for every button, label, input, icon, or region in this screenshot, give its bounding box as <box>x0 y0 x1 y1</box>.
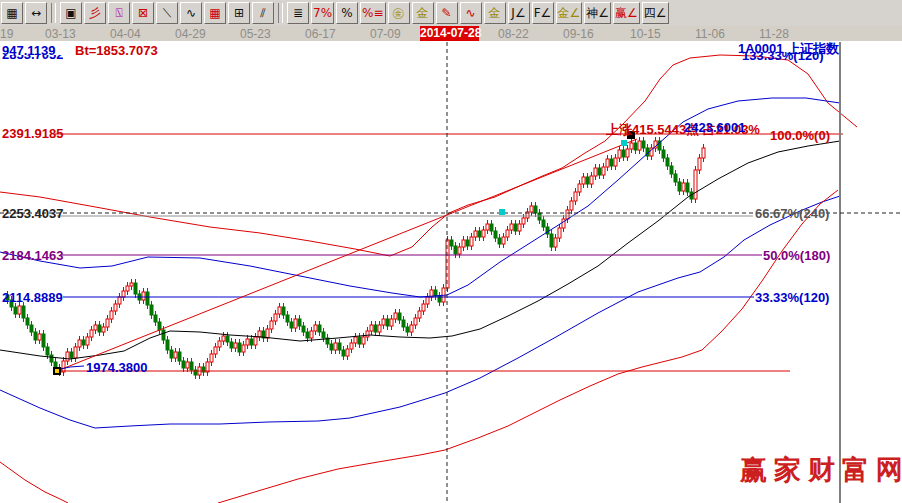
selection-handle-cyan-2[interactable] <box>499 209 505 215</box>
gold-icon[interactable]: 金 <box>484 2 506 24</box>
fan-lines-icon[interactable]: 彡 <box>84 2 106 24</box>
gold-lines-icon[interactable]: 金 <box>412 2 434 24</box>
red-lower-band-a <box>0 462 68 503</box>
date-tick: 07-09 <box>370 27 401 41</box>
fib-50-label: 50.0%(180) <box>763 248 830 263</box>
wave-ruler-icon[interactable]: ≣ <box>287 2 309 24</box>
trend-line-icon[interactable]: ⟍ <box>156 2 178 24</box>
ying-angle-icon[interactable]: 赢∠ <box>613 2 640 24</box>
fib-100-label: 100.0%(0) <box>770 128 830 143</box>
date-tick: 09-16 <box>563 27 594 41</box>
black-ma <box>0 141 840 359</box>
watermark: 赢家财富网 <box>740 452 902 488</box>
grid-arrow-icon[interactable]: ⊞ <box>228 2 250 24</box>
price-2423: 2423.6001 <box>684 120 745 135</box>
anchor-handle-start-inner <box>55 369 59 373</box>
chart-area[interactable]: 947.1139Bt=1853.70732853.70522391.918522… <box>0 41 902 503</box>
gold-circle-icon[interactable]: ㊎ <box>388 2 410 24</box>
percent-lines-icon[interactable]: %≡ <box>360 2 385 24</box>
width-measure-icon[interactable]: ↔ <box>25 2 47 24</box>
date-tick: 04-29 <box>175 27 206 41</box>
parallel-lines-icon[interactable]: ⫽ <box>252 2 274 24</box>
price-2184: 2184.1463 <box>2 248 63 263</box>
selection-handle-cyan-1[interactable] <box>621 140 627 146</box>
percent-icon[interactable]: % <box>336 2 358 24</box>
candlestick-series <box>6 137 705 379</box>
date-tick: 06-17 <box>305 27 336 41</box>
wave-tool-icon[interactable]: ∿ <box>460 2 482 24</box>
date-tick: 19 <box>0 27 13 41</box>
fib-33-label: 33.33%(120) <box>755 290 829 305</box>
fib-133-label-text: 133.33%(120) <box>742 52 824 63</box>
f-angle-icon[interactable]: F∠ <box>532 2 554 24</box>
price-clipped: 2853.7052 <box>2 55 63 62</box>
date-tick: 10-15 <box>630 27 661 41</box>
toolbar-separator <box>278 3 283 23</box>
rect-tool-icon[interactable]: ▣ <box>60 2 82 24</box>
brush-icon[interactable]: ✎ <box>436 2 458 24</box>
price-clipped-text: 2853.7052 <box>2 55 63 62</box>
gold-angle-icon[interactable]: 金∠ <box>556 2 583 24</box>
speed-line-icon[interactable]: ⍂ <box>108 2 130 24</box>
fib-133-label: 133.33%(120) <box>742 52 824 63</box>
fib-66-label: 66.67%(240) <box>755 206 829 221</box>
date-axis: 1903-1304-0404-2905-2306-1707-0908-2209-… <box>0 26 902 41</box>
gann-box-icon[interactable]: ⊠ <box>132 2 154 24</box>
zigzag-icon[interactable]: ∿ <box>180 2 202 24</box>
date-tick: 04-04 <box>110 27 141 41</box>
app-window: ▦↔▣彡⍂⊠⟍∿▦⊞⫽≣7%%%≡㊎金✎∿金J∠F∠金∠神∠赢∠四∠ 1903-… <box>0 0 902 503</box>
date-tick: 11-06 <box>695 27 725 41</box>
price-1974: 1974.3800 <box>86 360 147 375</box>
shen-angle-icon[interactable]: 神∠ <box>584 2 611 24</box>
drawing-toolbar: ▦↔▣彡⍂⊠⟍∿▦⊞⫽≣7%%%≡㊎金✎∿金J∠F∠金∠神∠赢∠四∠ <box>0 0 902 27</box>
date-tick-selected: 2014-07-28 <box>420 26 479 41</box>
period-grid-icon[interactable]: ▦ <box>1 2 23 24</box>
bt-value: Bt=1853.7073 <box>75 43 158 58</box>
si-angle-icon[interactable]: 四∠ <box>642 2 669 24</box>
price-2253: 2253.4037 <box>2 206 63 221</box>
date-tick: 11-28 <box>759 27 789 41</box>
toolbar-separator <box>51 3 56 23</box>
j-angle-icon[interactable]: J∠ <box>508 2 530 24</box>
price-2114: 2114.8889 <box>2 290 63 305</box>
percent-ruler-icon[interactable]: 7% <box>311 2 334 24</box>
date-tick: 05-23 <box>240 27 271 41</box>
date-tick: 03-13 <box>45 27 76 41</box>
date-tick: 08-22 <box>498 27 529 41</box>
red-upper-band <box>0 55 857 256</box>
red-grid-icon[interactable]: ▦ <box>204 2 226 24</box>
price-2391: 2391.9185 <box>2 126 63 141</box>
